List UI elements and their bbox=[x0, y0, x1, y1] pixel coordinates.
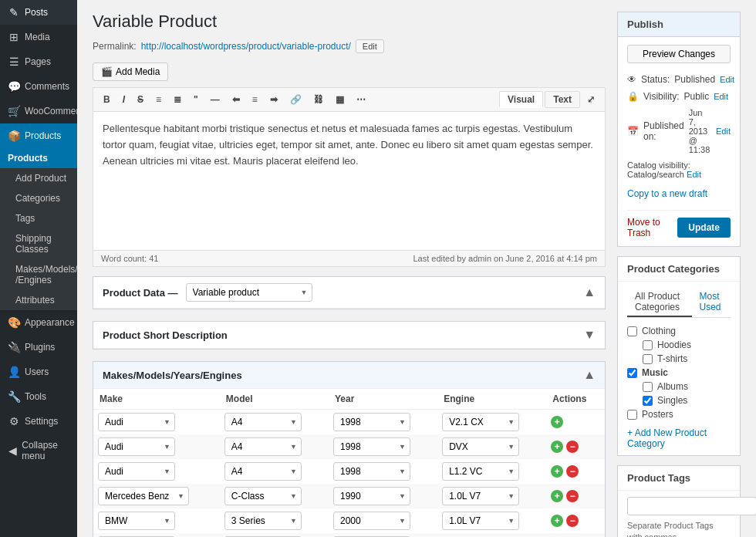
make-select-wrap[interactable]: Audi bbox=[98, 462, 175, 481]
cat-checkbox-tshirts[interactable] bbox=[643, 354, 653, 364]
blockquote-btn[interactable]: " bbox=[188, 91, 204, 108]
tags-input[interactable] bbox=[627, 497, 756, 515]
engine-select[interactable]: V2.1 CX bbox=[442, 413, 519, 431]
model-select-wrap[interactable]: 3 Series bbox=[224, 512, 302, 530]
move-to-trash-link[interactable]: Move to Trash bbox=[627, 217, 677, 238]
update-btn[interactable]: Update bbox=[677, 218, 731, 238]
submenu-tags[interactable]: Tags bbox=[0, 208, 77, 228]
all-categories-tab[interactable]: All Product Categories bbox=[627, 288, 692, 317]
make-select-wrap[interactable]: Audi bbox=[98, 437, 175, 456]
add-row-btn[interactable] bbox=[551, 465, 563, 478]
add-row-btn[interactable] bbox=[551, 416, 563, 428]
sidebar-item-media[interactable]: ⊞ Media bbox=[0, 25, 77, 49]
text-tab[interactable]: Text bbox=[545, 91, 580, 108]
submenu-makes[interactable]: Makes/Models/Years /Engines bbox=[0, 259, 77, 290]
year-select[interactable]: 1998 bbox=[333, 437, 410, 456]
visual-tab[interactable]: Visual bbox=[499, 91, 543, 108]
align-center-btn[interactable]: ≡ bbox=[247, 91, 263, 108]
model-select[interactable]: A4 bbox=[224, 413, 302, 431]
year-select-wrap[interactable]: 1998 bbox=[333, 437, 410, 456]
model-select[interactable]: A4 bbox=[224, 437, 302, 456]
sidebar-item-pages[interactable]: ☰ Pages bbox=[0, 49, 77, 74]
align-right-btn[interactable]: ➡ bbox=[265, 91, 283, 108]
cat-checkbox-albums[interactable] bbox=[643, 382, 653, 392]
cat-checkbox-singles[interactable] bbox=[643, 396, 653, 406]
model-select[interactable]: A4 bbox=[224, 462, 302, 481]
make-select-wrap[interactable]: BMW bbox=[98, 512, 175, 530]
sidebar-item-collapse[interactable]: ◀ Collapse menu bbox=[0, 434, 77, 468]
sidebar-item-tools[interactable]: 🔧 Tools bbox=[0, 384, 77, 409]
permalink-edit-btn[interactable]: Edit bbox=[356, 39, 384, 53]
model-select-wrap[interactable]: A4 bbox=[224, 437, 302, 456]
make-select[interactable]: Mercedes Benz bbox=[98, 487, 189, 505]
italic-btn[interactable]: I bbox=[117, 91, 130, 108]
engine-select[interactable]: 1.0L V7 bbox=[442, 512, 519, 530]
add-media-button[interactable]: 🎬 Add Media bbox=[93, 62, 168, 81]
make-select[interactable]: Audi bbox=[98, 413, 175, 431]
submenu-categories[interactable]: Categories bbox=[0, 188, 77, 208]
status-edit-link[interactable]: Edit bbox=[720, 75, 734, 84]
remove-row-btn[interactable] bbox=[566, 465, 579, 478]
short-desc-header[interactable]: Product Short Description ▼ bbox=[93, 322, 605, 349]
remove-row-btn[interactable] bbox=[566, 441, 579, 453]
engine-select[interactable]: DVX bbox=[442, 437, 519, 456]
product-type-wrap[interactable]: Variable product Simple product Grouped … bbox=[186, 283, 312, 302]
year-select[interactable]: 1998 bbox=[333, 462, 410, 481]
sidebar-item-users[interactable]: 👤 Users bbox=[0, 360, 77, 384]
make-select[interactable]: BMW bbox=[98, 512, 175, 530]
add-row-btn[interactable] bbox=[551, 490, 563, 502]
remove-row-btn[interactable] bbox=[566, 490, 579, 502]
model-select-wrap[interactable]: A4 bbox=[224, 413, 302, 431]
table-btn[interactable]: ▦ bbox=[330, 91, 349, 108]
engine-select[interactable]: 1.0L V7 bbox=[442, 487, 519, 505]
add-new-category-link[interactable]: + Add New Product Category bbox=[627, 427, 731, 449]
engine-select-wrap[interactable]: 1.0L V7 bbox=[442, 487, 519, 505]
add-row-btn[interactable] bbox=[551, 441, 563, 453]
remove-row-btn[interactable] bbox=[566, 515, 579, 527]
sidebar-item-products[interactable]: 📦 Products bbox=[0, 123, 77, 148]
most-used-tab[interactable]: Most Used bbox=[692, 288, 731, 317]
submenu-shipping[interactable]: Shipping Classes bbox=[0, 228, 77, 259]
makes-models-header[interactable]: Makes/Models/Years/Engines ▲ bbox=[93, 362, 605, 389]
year-select-wrap[interactable]: 1990 bbox=[333, 487, 410, 505]
preview-changes-btn[interactable]: Preview Changes bbox=[627, 45, 731, 63]
unlink-btn[interactable]: ⛓ bbox=[309, 91, 329, 108]
cat-checkbox-music[interactable] bbox=[627, 368, 637, 378]
more-btn[interactable]: ⋯ bbox=[351, 91, 371, 108]
engine-select-wrap[interactable]: DVX bbox=[442, 437, 519, 456]
sidebar-item-woocommerce[interactable]: 🛒 WooCommerce bbox=[0, 99, 77, 123]
make-select[interactable]: Audi bbox=[98, 462, 175, 481]
cat-checkbox-clothing[interactable] bbox=[627, 326, 637, 336]
year-select-wrap[interactable]: 2000 bbox=[333, 512, 410, 530]
year-select[interactable]: 2000 bbox=[333, 512, 410, 530]
year-select-wrap[interactable]: 1998 bbox=[333, 462, 410, 481]
submenu-add-product[interactable]: Add Product bbox=[0, 168, 77, 188]
engine-select[interactable]: L1.2 VC bbox=[442, 462, 519, 481]
strikethrough-btn[interactable]: S bbox=[132, 91, 149, 108]
sidebar-item-plugins[interactable]: 🔌 Plugins bbox=[0, 335, 77, 360]
catalog-edit-link[interactable]: Edit bbox=[687, 170, 701, 179]
sidebar-item-posts[interactable]: ✎ Posts bbox=[0, 0, 77, 25]
make-select[interactable]: Audi bbox=[98, 437, 175, 456]
ul-btn[interactable]: ≡ bbox=[150, 91, 167, 108]
cat-checkbox-posters[interactable] bbox=[627, 410, 637, 420]
model-select-wrap[interactable]: A4 bbox=[224, 462, 302, 481]
sidebar-item-settings[interactable]: ⚙ Settings bbox=[0, 409, 77, 434]
model-select[interactable]: 3 Series bbox=[224, 512, 302, 530]
makes-models-toggle[interactable]: ▲ bbox=[583, 368, 596, 382]
cat-checkbox-hoodies[interactable] bbox=[643, 340, 653, 350]
hr-btn[interactable]: — bbox=[205, 91, 225, 108]
visibility-edit-link[interactable]: Edit bbox=[714, 92, 728, 101]
model-select[interactable]: C-Class bbox=[224, 487, 302, 505]
submenu-attributes[interactable]: Attributes bbox=[0, 290, 77, 310]
sidebar-item-appearance[interactable]: 🎨 Appearance bbox=[0, 310, 77, 335]
engine-select-wrap[interactable]: L1.2 VC bbox=[442, 462, 519, 481]
year-select[interactable]: 1990 bbox=[333, 487, 410, 505]
product-data-header[interactable]: Product Data — Variable product Simple p… bbox=[93, 277, 605, 309]
fullscreen-btn[interactable]: ⤢ bbox=[582, 91, 600, 108]
product-data-toggle[interactable]: ▲ bbox=[583, 285, 596, 299]
year-select[interactable]: 1998 bbox=[333, 413, 410, 431]
permalink-url[interactable]: http://localhost/wordpress/product/varia… bbox=[141, 41, 351, 52]
engine-select-wrap[interactable]: 1.0L V7 bbox=[442, 512, 519, 530]
published-edit-link[interactable]: Edit bbox=[716, 127, 731, 136]
